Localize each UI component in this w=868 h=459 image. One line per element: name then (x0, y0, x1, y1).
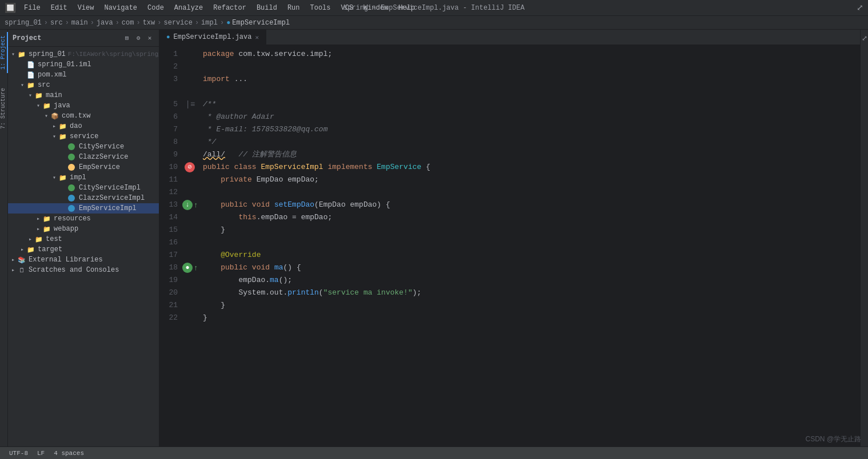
tree-item-target[interactable]: ▸ 📁 target (8, 244, 159, 255)
tree-item-dao[interactable]: ▸ 📁 dao (8, 121, 159, 131)
bc-txw[interactable]: txw (143, 19, 155, 27)
menu-tools[interactable]: Tools (306, 3, 335, 13)
tree-item-scratches[interactable]: ▸ 🗒 Scratches and Consoles (8, 265, 159, 275)
expand-right-icon[interactable]: ⤢ (859, 32, 869, 45)
tree-label-comtxw: com.txw (62, 112, 90, 120)
bc-src[interactable]: src (50, 19, 63, 27)
tree-item-resources[interactable]: ▸ 📁 resources (8, 214, 159, 224)
java-folder-icon: 📁 (42, 101, 51, 110)
bc-main[interactable]: main (71, 19, 88, 27)
tree-item-src[interactable]: ▾ 📁 src (8, 80, 159, 90)
vtab-project[interactable]: 1: Project (0, 32, 8, 73)
right-tabs: ⤢ (860, 30, 868, 446)
bean-icon-18[interactable]: ● (182, 263, 193, 273)
breadcrumb-bar: spring_01 › src › main › java › com › tx… (0, 16, 868, 30)
sidebar-close-icon[interactable]: ✕ (145, 34, 154, 43)
code-area[interactable]: 1 2 3 4 5 6 7 8 9 10 11 12 13 14 15 16 1… (159, 46, 860, 446)
tree-item-spring01iml[interactable]: ▸ 📄 spring_01.iml (8, 59, 159, 70)
cityserviceimpl-icon (67, 183, 77, 192)
tree-label-spring01iml: spring_01.iml (38, 61, 91, 69)
tree-item-clazzservice[interactable]: ▸ ClazzService (8, 152, 159, 162)
tree-item-impl[interactable]: ▾ 📁 impl (8, 172, 159, 183)
tree-label-target: target (38, 245, 62, 253)
bc-service[interactable]: service (163, 19, 192, 27)
status-indent: 4 spaces (49, 450, 89, 457)
tree-item-extlibs[interactable]: ▸ 📚 External Libraries (8, 255, 159, 265)
menu-navigate[interactable]: Navigate (99, 3, 142, 13)
tree-label-main: main (46, 91, 62, 99)
tree-item-main[interactable]: ▾ 📁 main (8, 90, 159, 100)
bc-empserviceimpl[interactable]: ●EmpServiceImpl (226, 19, 290, 27)
module-icon: 📁 (17, 50, 26, 59)
menu-view[interactable]: View (73, 3, 99, 13)
menu-run[interactable]: Run (283, 3, 305, 13)
menu-code[interactable]: Code (143, 3, 169, 13)
tree-item-pomxml[interactable]: ▸ 📄 pom.xml (8, 70, 159, 80)
vtab-structure[interactable]: 7: Structure (0, 84, 8, 132)
gutter-18[interactable]: ● ↑ (182, 261, 198, 274)
chevron-spring01: ▾ (9, 50, 17, 58)
menu-file[interactable]: File (19, 3, 45, 13)
menu-refactor[interactable]: Refactor (209, 3, 251, 13)
gutter-17 (182, 249, 198, 261)
no-entry-icon[interactable]: ⊘ (185, 162, 195, 172)
status-lf: LF (33, 450, 49, 457)
tree-item-spring01[interactable]: ▾ 📁 spring_01 F:\IEAWork\spring\spring_.… (8, 49, 159, 59)
gutter-16 (182, 236, 198, 249)
tree-label-java: java (54, 102, 70, 110)
src-folder-icon: 📁 (26, 80, 35, 90)
menu-analyze[interactable]: Analyze (170, 3, 207, 13)
tree-label-spring01: spring_01 (29, 50, 66, 58)
bc-impl[interactable]: impl (201, 19, 218, 27)
menu-build[interactable]: Build (252, 3, 282, 13)
gutter-6 (182, 111, 198, 123)
bc-com[interactable]: com (122, 19, 134, 27)
tree-item-test[interactable]: ▸ 📁 test (8, 234, 159, 244)
main-layout: 1: Project 7: Structure Project ⊞ ⚙ ✕ ▾ … (0, 30, 868, 446)
app-icon: 🔲 (5, 2, 16, 14)
impl-arrow-13: ↑ (194, 201, 198, 210)
gutter-8 (182, 136, 198, 148)
fold-marker-5[interactable]: |≡ (186, 100, 195, 109)
line-numbers: 1 2 3 4 5 6 7 8 9 10 11 12 13 14 15 16 1… (159, 46, 182, 446)
gutter-11 (182, 174, 198, 186)
left-tabs: 1: Project 7: Structure (0, 30, 8, 446)
tree-item-service[interactable]: ▾ 📁 service (8, 131, 159, 142)
tree-label-empservice: EmpService (79, 163, 120, 171)
webapp-icon: 📁 (42, 224, 51, 233)
sidebar: Project ⊞ ⚙ ✕ ▾ 📁 spring_01 F:\IEAWork\s… (8, 30, 159, 446)
bc-spring01[interactable]: spring_01 (5, 19, 42, 27)
extlibs-icon: 📚 (17, 255, 26, 264)
tab-close-button[interactable]: ✕ (255, 34, 259, 41)
clazzservice-icon (67, 152, 77, 162)
tree-item-empservice[interactable]: ▸ EmpService (8, 162, 159, 172)
bc-java[interactable]: java (97, 19, 113, 27)
tree-path-spring01: F:\IEAWork\spring\spring_... (68, 51, 159, 58)
expand-icon[interactable]: ⤢ (857, 3, 863, 13)
impl-folder-icon: 📁 (58, 173, 67, 182)
dao-icon: 📁 (58, 122, 67, 131)
sidebar-settings-icon[interactable]: ⚙ (134, 34, 143, 43)
gutter-21 (182, 299, 198, 312)
test-icon: 📁 (34, 235, 43, 244)
gutter-13[interactable]: ↓ ↑ (182, 199, 198, 211)
iml-icon: 📄 (26, 60, 35, 69)
arrow-down-icon-13[interactable]: ↓ (182, 200, 193, 210)
editor-tab-empserviceimpl[interactable]: ● EmpServiceImpl.java ✕ (159, 30, 266, 45)
tree-item-comtxw[interactable]: ▾ 📦 com.txw (8, 111, 159, 121)
tree-item-empserviceimpl[interactable]: ▸ EmpServiceImpl (8, 203, 159, 214)
menu-edit[interactable]: Edit (46, 3, 72, 13)
gutter-22 (182, 312, 198, 324)
tree-item-java[interactable]: ▾ 📁 java (8, 100, 159, 111)
tree-label-clazzservice: ClazzService (79, 153, 128, 161)
tree-item-clazzserviceimpl[interactable]: ▸ ClazzServiceImpl (8, 193, 159, 203)
tree-label-clazzserviceimpl: ClazzServiceImpl (79, 194, 145, 202)
tree-item-cityservice[interactable]: ▸ CityService (8, 142, 159, 152)
gutter-1 (182, 48, 198, 61)
tree-item-webapp[interactable]: ▸ 📁 webapp (8, 224, 159, 234)
sidebar-layout-icon[interactable]: ⊞ (122, 34, 131, 43)
empservice-icon (67, 163, 77, 172)
tree-item-cityserviceimpl[interactable]: ▸ CityServiceImpl (8, 183, 159, 193)
gutter-10[interactable]: ⊘ (182, 161, 198, 174)
code-editor[interactable]: package com.txw.service.impl; import ...… (198, 46, 860, 446)
